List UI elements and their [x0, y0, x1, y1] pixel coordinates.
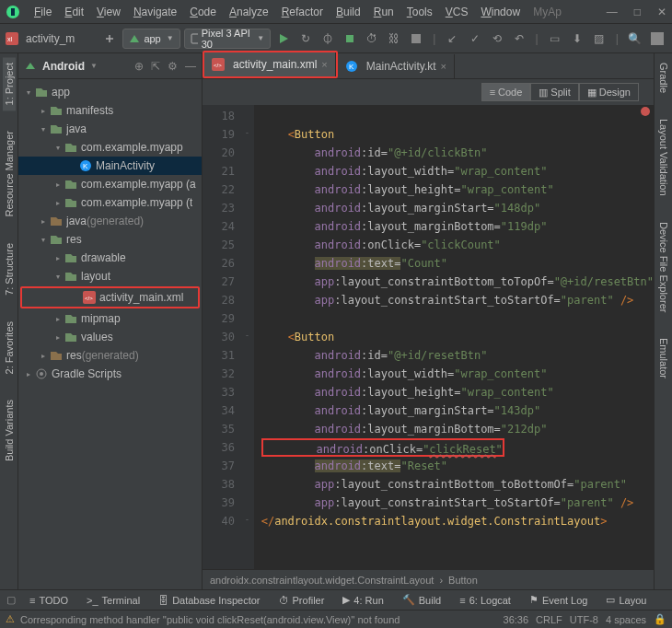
editor-breadcrumb[interactable]: androidx.constraintlayout.widget.Constra…	[203, 569, 654, 589]
bottom-tab-profiler[interactable]: ⏱Profiler	[272, 590, 332, 611]
kt-icon: K	[79, 159, 92, 172]
window-maximize-icon[interactable]: □	[634, 6, 641, 18]
tree-node[interactable]: ▾com.example.myapp	[18, 138, 202, 157]
tree-node[interactable]: </>activity_main.xml	[22, 288, 198, 307]
collapse-all-icon[interactable]: ⇱	[151, 60, 160, 73]
tree-node[interactable]: KMainActivity	[18, 157, 202, 175]
caret-position[interactable]: 36:36	[504, 614, 529, 625]
nav-breadcrumb[interactable]: activity_m	[26, 32, 75, 45]
svg-rect-1	[11, 8, 15, 16]
sdk-manager-icon[interactable]: ⬇	[568, 28, 586, 50]
vcs-history-icon[interactable]: ⟲	[488, 28, 506, 50]
tree-node[interactable]: ▸com.example.myapp (a	[18, 175, 202, 193]
tool-tab-7-structure[interactable]: 7: Structure	[3, 238, 16, 301]
project-panel: Android ▼ ⊕ ⇱ ⚙ — ▾app▸manifests▾java▾co…	[18, 53, 203, 589]
resource-manager-icon[interactable]: ▨	[590, 28, 608, 50]
tree-node[interactable]: ▾res	[18, 230, 202, 249]
coverage-icon[interactable]	[341, 28, 359, 50]
bottom-tab-event-log[interactable]: ⚑Event Log	[522, 590, 596, 611]
bottom-tab-terminal[interactable]: >_Terminal	[79, 590, 147, 611]
locate-icon[interactable]: ⊕	[134, 60, 144, 73]
menu-view[interactable]: View	[90, 6, 127, 18]
tool-tab-resource-manager[interactable]: Resource Manager	[3, 125, 16, 223]
settings-icon[interactable]: ⚙	[168, 60, 178, 73]
tree-node[interactable]: ▸values	[18, 328, 202, 346]
vcs-commit-icon[interactable]: ✓	[466, 28, 484, 50]
indent-setting[interactable]: 4 spaces	[606, 614, 646, 625]
design-view-button[interactable]: ▦ Design	[579, 83, 639, 101]
tree-node[interactable]: ▾app	[18, 83, 202, 101]
menu-vcs[interactable]: VCS	[439, 6, 475, 18]
bottom-tab-todo[interactable]: ≡TODO	[22, 590, 75, 611]
attach-debugger-icon[interactable]: ⛓	[385, 28, 403, 50]
bottom-tab-6-logcat[interactable]: ≡6: Logcat	[452, 590, 518, 611]
window-minimize-icon[interactable]: —	[607, 6, 618, 18]
tree-node[interactable]: ▸com.example.myapp (t	[18, 193, 202, 212]
file-encoding[interactable]: UTF-8	[570, 614, 598, 625]
menu-window[interactable]: Window	[474, 6, 527, 18]
project-view-selector[interactable]: Android	[42, 60, 85, 73]
code-view-button[interactable]: ≡ Code	[481, 83, 531, 101]
tree-node[interactable]: ▸Gradle Scripts	[18, 365, 202, 383]
tool-tab-layout-validation[interactable]: Layout Validation	[657, 113, 670, 202]
run-button[interactable]	[274, 28, 293, 50]
tool-tab-2-favorites[interactable]: 2: Favorites	[3, 316, 16, 379]
module-selector[interactable]: app▼	[122, 29, 180, 49]
menu-bar: FileEditViewNavigateCodeAnalyzeRefactorB…	[0, 0, 672, 24]
tool-tab-emulator[interactable]: Emulator	[657, 332, 670, 384]
read-only-lock-icon[interactable]: 🔒	[654, 613, 666, 625]
device-selector[interactable]: Pixel 3 API 30▼	[184, 29, 271, 49]
xml-icon: </>	[212, 58, 225, 71]
vcs-update-icon[interactable]: ↙	[443, 28, 461, 50]
tool-tab-1-project[interactable]: 1: Project	[3, 57, 16, 110]
split-view-button[interactable]: ▥ Split	[530, 83, 578, 101]
stop-icon[interactable]	[407, 28, 425, 50]
error-stripe-marker[interactable]	[641, 107, 650, 116]
menu-code[interactable]: Code	[183, 6, 223, 18]
project-tree[interactable]: ▾app▸manifests▾java▾com.example.myappKMa…	[18, 79, 202, 589]
bottom-tab-4-run[interactable]: ▶4: Run	[335, 590, 390, 611]
avd-manager-icon[interactable]: ▭	[546, 28, 564, 50]
apply-changes-icon[interactable]: ↻	[296, 28, 315, 50]
tree-node[interactable]: ▸manifests	[18, 101, 202, 120]
tool-tab-build-variants[interactable]: Build Variants	[3, 394, 16, 467]
close-tab-icon[interactable]: ×	[441, 61, 446, 72]
tree-node[interactable]: ▸res (generated)	[18, 346, 202, 365]
close-tab-icon[interactable]: ×	[321, 59, 327, 70]
user-icon[interactable]	[648, 28, 666, 50]
menu-analyze[interactable]: Analyze	[223, 6, 275, 18]
bottom-tab-database-inspector[interactable]: 🗄Database Inspector	[151, 590, 267, 611]
tool-tab-device-file-explorer[interactable]: Device File Explorer	[657, 216, 670, 318]
menu-build[interactable]: Build	[330, 6, 367, 18]
add-config-icon[interactable]	[100, 28, 119, 50]
debug-icon[interactable]	[319, 28, 337, 50]
line-separator[interactable]: CRLF	[536, 614, 562, 625]
status-message[interactable]: Corresponding method handler ''public vo…	[20, 614, 504, 625]
menu-refactor[interactable]: Refactor	[275, 6, 330, 18]
editor-tab[interactable]: KMainActivity.kt×	[338, 54, 455, 78]
tree-node[interactable]: ▾layout	[18, 267, 202, 285]
bottom-tab-layou[interactable]: ▭Layou	[598, 590, 654, 611]
bottom-tab-build[interactable]: 🔨Build	[395, 590, 448, 611]
tree-node[interactable]: ▸java (generated)	[18, 212, 202, 230]
vcs-revert-icon[interactable]: ↶	[510, 28, 528, 50]
editor-tab-bar: </>activity_main.xml×KMainActivity.kt×	[203, 53, 654, 79]
menu-overflow[interactable]: MyAp	[527, 6, 568, 18]
tree-node[interactable]: ▸mipmap	[18, 309, 202, 328]
menu-file[interactable]: File	[28, 6, 58, 18]
editor-tab[interactable]: </>activity_main.xml×	[204, 52, 336, 76]
tree-node[interactable]: ▸drawable	[18, 249, 202, 267]
menu-edit[interactable]: Edit	[58, 6, 90, 18]
tool-window-quick-access-icon[interactable]: ▢	[4, 589, 18, 611]
window-close-icon[interactable]: ✕	[657, 6, 666, 18]
tree-node[interactable]: ▾java	[18, 120, 202, 138]
tool-tab-gradle[interactable]: Gradle	[657, 57, 670, 99]
menu-tools[interactable]: Tools	[400, 6, 439, 18]
menu-navigate[interactable]: Navigate	[127, 6, 183, 18]
dir-icon	[64, 251, 77, 264]
hide-icon[interactable]: —	[185, 60, 196, 73]
profiler-icon[interactable]: ⏱	[363, 28, 381, 50]
menu-run[interactable]: Run	[367, 6, 400, 18]
search-icon[interactable]: 🔍	[626, 28, 644, 50]
code-editor[interactable]: 181920212223242526272829303132333435●363…	[203, 105, 654, 569]
